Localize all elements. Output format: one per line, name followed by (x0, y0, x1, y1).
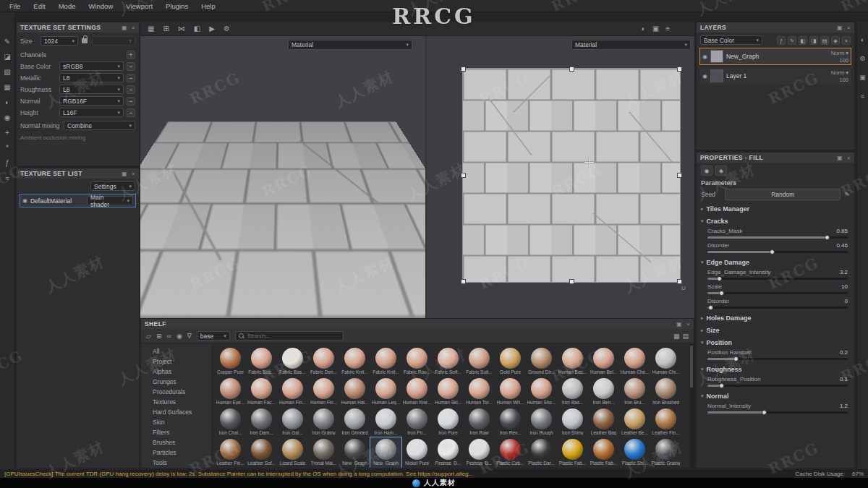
path-tool-icon[interactable]: ≈ (2, 174, 13, 184)
menu-edit[interactable]: Edit (27, 2, 51, 10)
size-dropdown-secondary[interactable]: ▾ (92, 36, 135, 46)
shelf-item[interactable]: Pestras_D... (464, 437, 495, 468)
add-smart-material-icon[interactable]: ◈ (831, 36, 840, 45)
close-icon[interactable]: × (686, 321, 690, 328)
shader-dropdown[interactable]: Main shader▾ (87, 196, 133, 205)
section-size[interactable]: ▸Size (697, 323, 854, 335)
play-physics-icon[interactable]: ▶ (209, 22, 215, 35)
shelf-scrollbar[interactable] (689, 344, 694, 468)
visibility-filter-icon[interactable]: ◉ (176, 333, 182, 340)
shader-settings-strip-icon[interactable]: ⚙ (859, 55, 865, 62)
shelf-item[interactable]: Plastic Fab... (588, 437, 619, 468)
shelf-item[interactable]: Human Chi... (650, 346, 681, 377)
shelf-filter-preset-dropdown[interactable]: base▾ (197, 331, 230, 341)
clone-stamp-tool-icon[interactable]: ◉ (2, 113, 13, 123)
remove-channel-button[interactable]: − (127, 108, 135, 117)
channel-format-dropdown[interactable]: RGB16F▾ (59, 96, 124, 106)
shelf-item[interactable]: Nickel Pure (401, 437, 433, 468)
layers-channel-dropdown[interactable]: Base Color▾ (700, 35, 762, 45)
shelf-item[interactable]: Iron Gal... (277, 407, 308, 437)
shelf-item[interactable]: Leather Fin... (650, 407, 681, 437)
shelf-item[interactable]: Fabric Suit... (464, 346, 495, 377)
shelf-item[interactable]: Iron Ham... (370, 407, 401, 437)
symmetry-icon[interactable]: ⋈ (178, 22, 185, 35)
param-slider[interactable] (707, 278, 848, 280)
add-effect-icon[interactable]: ƒ (777, 36, 786, 45)
shelf-item[interactable]: Iron Chai... (215, 407, 246, 437)
shelf-item[interactable]: Human Leg... (370, 377, 401, 407)
shelf-category-brushes[interactable]: Brushes (142, 438, 210, 448)
2d-texture-view[interactable] (463, 69, 680, 282)
shelf-item[interactable]: Human Kne... (401, 377, 433, 407)
remove-channel-button[interactable]: − (127, 85, 135, 94)
add-fill-layer-icon[interactable]: ◧ (799, 36, 807, 45)
shelf-category-hard-surfaces[interactable]: Hard Surfaces (142, 408, 210, 417)
section-roughness[interactable]: ▾Roughness (697, 362, 854, 374)
texture-set-row[interactable]: ◉ DefaultMaterial Main shader▾ (20, 194, 136, 207)
layer-row[interactable]: ◉Layer 1Norm ▾100 (699, 67, 851, 85)
2d-material-dropdown[interactable]: Material▾ (571, 40, 691, 50)
shelf-category-textures[interactable]: Textures (142, 398, 210, 407)
shelf-item[interactable]: New_Graph (370, 437, 401, 468)
shelf-item[interactable]: Leather Fin... (215, 437, 246, 468)
transform-handle[interactable] (461, 67, 466, 72)
close-icon[interactable]: × (847, 25, 851, 31)
layer-visibility-icon[interactable]: ◉ (702, 53, 707, 60)
seed-random-button[interactable]: Random (725, 189, 841, 200)
edit-pencil-icon[interactable]: ✎ (844, 191, 850, 198)
remove-channel-button[interactable]: − (127, 62, 135, 71)
shelf-item[interactable]: Human Sho... (526, 377, 557, 407)
size-lock-icon[interactable] (82, 38, 88, 44)
param-value[interactable]: 3.2 (840, 269, 848, 275)
channel-format-dropdown[interactable]: L8▾ (59, 85, 124, 94)
close-icon[interactable]: × (847, 155, 851, 161)
shelf-item[interactable]: Iron Grinded (339, 407, 370, 437)
dock-icon[interactable]: ▣ (122, 171, 127, 177)
eraser-tool-icon[interactable]: ◪ (2, 52, 13, 62)
shelf-item[interactable]: Iron Rev... (495, 407, 526, 437)
section-normal[interactable]: ▾Normal (697, 389, 854, 401)
shelf-item[interactable]: Iron Bas... (557, 377, 588, 407)
display-settings-icon[interactable]: ≡ (665, 22, 670, 35)
shelf-item[interactable]: New_Graph (339, 437, 370, 468)
snap-grid-icon[interactable]: ⊞ (163, 22, 169, 35)
shelf-item[interactable]: Fabric Den... (308, 346, 339, 377)
shelf-item[interactable]: Fabric Bas... (277, 346, 308, 377)
shelf-item[interactable]: Plastic Grainy (650, 437, 681, 468)
transform-handle[interactable] (461, 279, 466, 284)
shelf-item[interactable]: Copper Pure (215, 346, 246, 377)
navigation-gizmo[interactable]: Y X Z (395, 288, 425, 318)
shelf-item[interactable]: Leather Be... (619, 407, 650, 437)
shelf-item[interactable]: Leather Sof... (246, 437, 277, 468)
shelf-category-filters[interactable]: Filters (142, 428, 210, 437)
shelf-search-box[interactable] (235, 331, 344, 341)
shelf-item[interactable]: Tronal Mai... (308, 437, 339, 468)
dock-icon[interactable]: ▣ (837, 25, 843, 31)
param-slider[interactable] (707, 358, 848, 360)
section-tiles-manager[interactable]: ▸Tiles Manager (697, 202, 854, 214)
add-mask-icon[interactable]: ◨ (809, 36, 818, 45)
table-grid-icon[interactable]: ▦ (148, 22, 154, 35)
shelf-item[interactable]: Iron Bru... (619, 377, 650, 407)
display-settings-strip-icon[interactable]: ◐ (861, 36, 864, 43)
param-slider[interactable] (707, 385, 848, 387)
transform-handle[interactable] (677, 67, 682, 72)
param-value[interactable]: 0.1 (840, 376, 848, 382)
shelf-item[interactable]: Human Wri... (495, 377, 526, 407)
camera-settings-strip-icon[interactable]: ▣ (859, 74, 866, 81)
param-value[interactable]: 0.85 (836, 228, 848, 234)
paint-brush-tool-icon[interactable]: ✎ (2, 37, 13, 47)
folder-icon[interactable]: ▱ (146, 333, 151, 340)
layer-blend-dropdown[interactable]: Norm ▾ (831, 69, 848, 76)
shelf-item[interactable]: Iron Shiny (557, 407, 588, 437)
shelf-item[interactable]: Plastic Fab... (557, 437, 588, 468)
polygon-fill-tool-icon[interactable]: ▦ (2, 82, 13, 93)
menu-mode[interactable]: Mode (52, 2, 82, 10)
param-slider[interactable] (707, 307, 848, 309)
param-value[interactable]: 0 (845, 298, 848, 304)
shelf-item[interactable]: Fabric Knit... (339, 346, 370, 377)
shelf-item[interactable]: Human Hai... (339, 377, 370, 407)
visibility-eye-icon[interactable]: ◉ (22, 197, 27, 204)
section-position[interactable]: ▾Position (697, 335, 854, 348)
3d-material-dropdown[interactable]: Material▾ (288, 40, 412, 50)
